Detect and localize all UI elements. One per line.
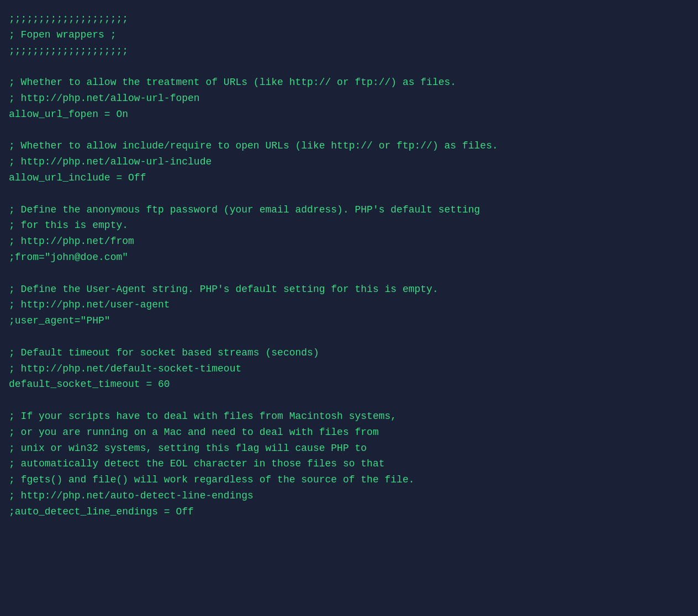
code-content: ;;;;;;;;;;;;;;;;;;;; ; Fopen wrappers ; … xyxy=(9,11,689,520)
